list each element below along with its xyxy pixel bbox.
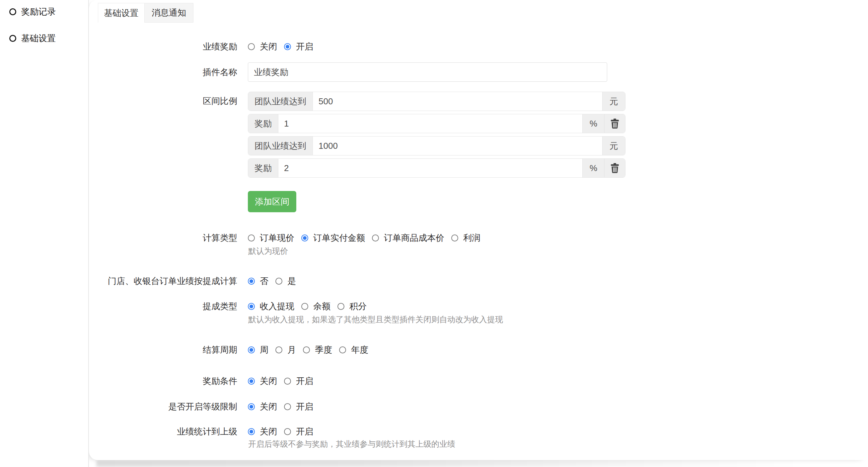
- input-suffix-addon: 元: [602, 92, 625, 111]
- sidebar-item-basic-settings[interactable]: 基础设置: [9, 32, 56, 45]
- radio-option-on[interactable]: 开启: [284, 375, 313, 387]
- radio-icon[interactable]: [372, 234, 379, 241]
- radio-option[interactable]: 订单实付金额: [301, 232, 365, 244]
- radio-option[interactable]: 收入提现: [248, 300, 294, 312]
- reward-condition-radio-group: 关闭 开启: [248, 371, 320, 391]
- field-label-settlement-cycle: 结算周期: [99, 340, 237, 360]
- radio-icon[interactable]: [284, 403, 291, 410]
- field-label-commission-type: 提成类型: [99, 296, 237, 316]
- radio-option-off[interactable]: 关闭: [248, 41, 277, 53]
- radio-option-on[interactable]: 开启: [284, 401, 313, 412]
- input-prefix-addon: 奖励: [248, 114, 278, 133]
- radio-label: 积分: [349, 300, 367, 312]
- radio-icon[interactable]: [451, 234, 458, 241]
- field-label-plugin-name: 插件名称: [99, 62, 237, 82]
- radio-label: 开启: [296, 375, 313, 387]
- radio-icon[interactable]: [248, 346, 255, 353]
- radio-icon[interactable]: [303, 346, 310, 353]
- commission-type-help-text: 默认为收入提现，如果选了其他类型且类型插件关闭则自动改为收入提现: [248, 314, 503, 325]
- radio-option-off[interactable]: 关闭: [248, 426, 277, 437]
- calc-type-help-text: 默认为现价: [248, 246, 288, 256]
- radio-label: 年度: [351, 344, 368, 356]
- trash-icon: [611, 119, 619, 128]
- radio-option[interactable]: 年度: [339, 344, 368, 356]
- radio-icon[interactable]: [248, 278, 255, 285]
- radio-option[interactable]: 余额: [301, 300, 331, 312]
- circle-icon: [9, 8, 16, 15]
- radio-icon[interactable]: [275, 278, 282, 285]
- radio-icon[interactable]: [339, 346, 346, 353]
- add-interval-button[interactable]: 添加区间: [248, 191, 296, 212]
- circle-icon: [9, 35, 16, 42]
- level-limit-radio-group: 关闭 开启: [248, 397, 320, 416]
- radio-option[interactable]: 积分: [337, 300, 367, 312]
- radio-label: 关闭: [260, 375, 277, 387]
- input-prefix-addon: 奖励: [248, 159, 278, 177]
- radio-option[interactable]: 季度: [303, 344, 332, 356]
- tab-message-notify[interactable]: 消息通知: [145, 3, 193, 23]
- interval-row: 奖励 %: [248, 158, 625, 178]
- radio-icon[interactable]: [248, 43, 255, 50]
- interval-row: 团队业绩达到 元: [248, 136, 625, 155]
- interval-percent-input[interactable]: [278, 114, 582, 133]
- plugin-name-input[interactable]: [248, 62, 607, 82]
- radio-option-off[interactable]: 关闭: [248, 375, 277, 387]
- radio-label: 收入提现: [260, 300, 294, 312]
- radio-icon[interactable]: [337, 303, 344, 310]
- radio-option[interactable]: 周: [248, 344, 269, 356]
- radio-icon[interactable]: [301, 303, 308, 310]
- radio-label: 月: [287, 344, 296, 356]
- performance-reward-radio-group: 关闭 开启: [248, 36, 320, 56]
- interval-amount-input[interactable]: [313, 92, 602, 111]
- sidebar-item-reward-records[interactable]: 奖励记录: [9, 5, 56, 18]
- field-label-reward-condition: 奖励条件: [99, 371, 237, 391]
- radio-label: 关闭: [260, 426, 277, 437]
- radio-option-off[interactable]: 关闭: [248, 401, 277, 412]
- input-prefix-addon: 团队业绩达到: [248, 137, 313, 155]
- radio-option-no[interactable]: 否: [248, 275, 269, 287]
- radio-icon[interactable]: [284, 43, 291, 50]
- radio-label: 开启: [296, 426, 313, 437]
- input-suffix-addon: 元: [602, 137, 625, 155]
- card-bottom-shadow: [96, 460, 839, 467]
- radio-option[interactable]: 利润: [451, 232, 480, 244]
- radio-option-on[interactable]: 开启: [284, 426, 313, 437]
- radio-icon[interactable]: [248, 428, 255, 435]
- radio-option-on[interactable]: 开启: [284, 41, 313, 53]
- store-commission-radio-group: 否 是: [248, 271, 303, 291]
- radio-label: 季度: [315, 344, 332, 356]
- interval-amount-input[interactable]: [313, 137, 602, 155]
- interval-row: 团队业绩达到 元: [248, 92, 625, 111]
- delete-interval-button[interactable]: [604, 114, 625, 133]
- radio-icon[interactable]: [248, 378, 255, 385]
- input-suffix-addon: %: [582, 114, 604, 133]
- radio-label: 开启: [296, 401, 313, 412]
- radio-icon[interactable]: [284, 378, 291, 385]
- trash-icon: [611, 163, 619, 173]
- radio-option-yes[interactable]: 是: [275, 275, 296, 287]
- radio-icon[interactable]: [248, 403, 255, 410]
- radio-label: 关闭: [260, 41, 277, 53]
- radio-icon[interactable]: [248, 234, 255, 241]
- radio-icon[interactable]: [301, 234, 308, 241]
- radio-icon[interactable]: [275, 346, 282, 353]
- radio-label: 否: [260, 275, 269, 287]
- radio-icon[interactable]: [284, 428, 291, 435]
- field-label-store-commission: 门店、收银台订单业绩按提成计算: [99, 271, 237, 291]
- calc-type-radio-group: 订单现价 订单实付金额 订单商品成本价 利润: [248, 228, 488, 248]
- radio-option[interactable]: 订单现价: [248, 232, 294, 244]
- input-suffix-addon: %: [582, 159, 604, 177]
- interval-row: 奖励 %: [248, 114, 625, 133]
- interval-percent-input[interactable]: [278, 159, 582, 177]
- field-label-performance-reward: 业绩奖励: [99, 36, 237, 56]
- radio-icon[interactable]: [248, 303, 255, 310]
- field-label-stats-to-superior: 业绩统计到上级: [99, 421, 237, 441]
- radio-label: 订单现价: [260, 232, 294, 244]
- stats-to-superior-radio-group: 关闭 开启: [248, 421, 320, 441]
- delete-interval-button[interactable]: [604, 159, 625, 177]
- tab-bar: 基础设置 消息通知: [98, 3, 193, 23]
- radio-label: 订单实付金额: [313, 232, 365, 244]
- radio-option[interactable]: 月: [275, 344, 296, 356]
- tab-basic-settings[interactable]: 基础设置: [98, 3, 145, 23]
- radio-option[interactable]: 订单商品成本价: [372, 232, 444, 244]
